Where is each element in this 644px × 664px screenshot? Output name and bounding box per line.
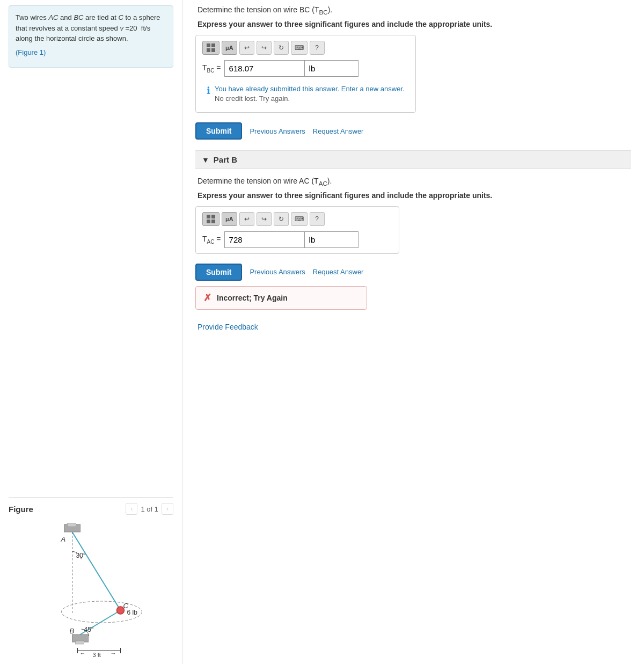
part-b-redo-btn[interactable]: ↪ — [257, 212, 272, 226]
svg-text:→: → — [111, 650, 116, 656]
incorrect-feedback-box: ✗ Incorrect; Try Again — [195, 286, 367, 310]
part-a-answer-box: μA ↩ ↪ ↻ ⌨ ? TBC = 618.07 lb ℹ You have … — [195, 35, 416, 113]
svg-rect-28 — [211, 220, 215, 223]
part-a-request-answer-link[interactable]: Request Answer — [313, 127, 364, 135]
provide-feedback-section: Provide Feedback — [195, 323, 631, 331]
svg-text:45°: 45° — [84, 626, 94, 633]
part-a-value-input[interactable]: 618.07 — [224, 60, 305, 77]
part-b-description: Determine the tension on wire AC (TAC). — [195, 177, 631, 187]
svg-rect-1 — [68, 523, 76, 527]
svg-rect-27 — [207, 220, 210, 223]
svg-rect-22 — [211, 43, 215, 47]
figure-prev-button[interactable]: ‹ — [126, 503, 137, 515]
svg-rect-23 — [207, 48, 210, 52]
svg-text:←: ← — [80, 650, 86, 656]
part-a-matrix-btn[interactable] — [202, 41, 219, 55]
part-b-undo-btn[interactable]: ↩ — [239, 212, 254, 226]
part-b-unit-input[interactable]: lb — [305, 231, 358, 248]
part-a-mu-btn[interactable]: μA — [222, 41, 237, 55]
figure-section: Figure ‹ 1 of 1 › A B — [9, 497, 173, 659]
info-icon: ℹ — [207, 85, 210, 97]
figure-nav: ‹ 1 of 1 › — [126, 503, 173, 515]
figure-title: Figure — [9, 505, 33, 514]
figure-page: 1 of 1 — [141, 505, 158, 513]
part-a-input-label: TBC = — [202, 63, 221, 74]
matrix-icon — [206, 43, 216, 53]
part-b-toggle[interactable]: ▼ — [202, 156, 209, 164]
part-b-section: Determine the tension on wire AC (TAC). … — [195, 177, 631, 310]
part-a-refresh-btn[interactable]: ↻ — [274, 41, 289, 55]
svg-rect-4 — [76, 641, 84, 644]
left-panel: Two wires AC and BC are tied at C to a s… — [0, 0, 182, 664]
svg-rect-25 — [207, 215, 210, 218]
part-b-input-row: TAC = 728 lb — [202, 231, 392, 248]
part-b-toolbar: μA ↩ ↪ ↻ ⌨ ? — [202, 212, 392, 226]
svg-text:3 ft: 3 ft — [93, 652, 101, 658]
svg-rect-21 — [207, 43, 210, 47]
figure-svg: A B C 6 l — [9, 519, 173, 659]
part-b-answer-box: μA ↩ ↪ ↻ ⌨ ? TAC = 728 lb — [195, 206, 399, 254]
part-a-alert: ℹ You have already submitted this answer… — [202, 81, 409, 107]
problem-text-box: Two wires AC and BC are tied at C to a s… — [9, 5, 173, 68]
figure-header: Figure ‹ 1 of 1 › — [9, 503, 173, 515]
part-a-redo-btn[interactable]: ↪ — [257, 41, 272, 55]
part-b-help-btn[interactable]: ? — [310, 212, 325, 226]
svg-rect-26 — [211, 215, 215, 218]
incorrect-icon: ✗ — [203, 292, 211, 304]
part-b-submit-row: Submit Previous Answers Request Answer — [195, 264, 631, 281]
part-b-matrix-btn[interactable] — [202, 212, 219, 226]
part-a-section: Determine the tension on wire BC (TBC). … — [195, 5, 631, 140]
part-b-instruction: Express your answer to three significant… — [195, 191, 631, 200]
part-a-toolbar: μA ↩ ↪ ↻ ⌨ ? — [202, 41, 409, 55]
svg-text:B: B — [70, 627, 75, 635]
part-a-keyboard-btn[interactable]: ⌨ — [291, 41, 308, 55]
part-b-label: Part B — [214, 155, 237, 164]
svg-text:6 lb: 6 lb — [127, 609, 138, 616]
part-b-submit-button[interactable]: Submit — [195, 264, 242, 281]
part-a-input-row: TBC = 618.07 lb — [202, 60, 409, 77]
part-a-unit-input[interactable]: lb — [305, 60, 358, 77]
svg-rect-24 — [211, 48, 215, 52]
part-b-request-answer-link[interactable]: Request Answer — [313, 268, 364, 276]
figure-1-link[interactable]: (Figure 1) — [16, 48, 46, 56]
part-a-previous-answers-link[interactable]: Previous Answers — [250, 127, 305, 135]
part-b-header: ▼ Part B — [195, 150, 631, 169]
part-a-alert-text: You have already submitted this answer. … — [215, 84, 405, 104]
provide-feedback-link[interactable]: Provide Feedback — [197, 323, 258, 331]
figure-link-paragraph[interactable]: (Figure 1) — [16, 47, 166, 58]
part-b-mu-btn[interactable]: μA — [222, 212, 237, 226]
part-a-description: Determine the tension on wire BC (TBC). — [195, 5, 631, 16]
part-b-refresh-btn[interactable]: ↻ — [274, 212, 289, 226]
matrix-icon-b — [206, 214, 216, 224]
part-b-value-input[interactable]: 728 — [224, 231, 305, 248]
part-b-previous-answers-link[interactable]: Previous Answers — [250, 268, 305, 276]
part-a-submit-row: Submit Previous Answers Request Answer — [195, 122, 631, 140]
incorrect-text: Incorrect; Try Again — [217, 294, 288, 302]
figure-diagram: A B C 6 l — [9, 519, 173, 659]
svg-text:A: A — [61, 535, 66, 543]
part-a-undo-btn[interactable]: ↩ — [239, 41, 254, 55]
part-b-input-label: TAC = — [202, 235, 221, 245]
right-panel: Determine the tension on wire BC (TBC). … — [182, 0, 644, 664]
part-a-submit-button[interactable]: Submit — [195, 122, 242, 140]
part-a-instruction: Express your answer to three significant… — [195, 20, 631, 28]
part-b-keyboard-btn[interactable]: ⌨ — [291, 212, 308, 226]
problem-description: Two wires AC and BC are tied at C to a s… — [16, 12, 166, 44]
part-a-help-btn[interactable]: ? — [310, 41, 325, 55]
figure-next-button[interactable]: › — [162, 503, 173, 515]
svg-line-8 — [72, 532, 121, 610]
